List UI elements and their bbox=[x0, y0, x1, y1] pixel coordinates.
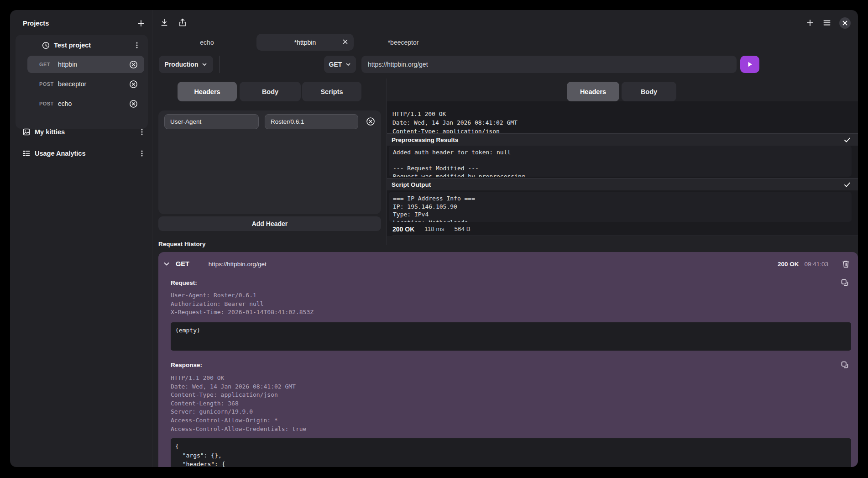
request-method-badge: POST bbox=[39, 81, 58, 87]
environment-dropdown[interactable]: Production bbox=[159, 56, 213, 73]
method-dropdown[interactable]: GET bbox=[324, 56, 356, 73]
tab-beeceptor[interactable]: *beeceptor bbox=[355, 34, 452, 51]
tab-label: *httpbin bbox=[294, 39, 316, 46]
history-entry-header[interactable]: GET https://httpbin.org/get 200 OK 09:41… bbox=[163, 257, 850, 271]
sidebar-item-usage-analytics[interactable]: Usage Analytics bbox=[23, 146, 146, 161]
request-method-badge: GET bbox=[39, 62, 58, 67]
collection-label: Usage Analytics bbox=[35, 150, 134, 157]
history-method: GET bbox=[176, 260, 189, 268]
tab-label: Body bbox=[262, 88, 278, 95]
history-response-body-box: { "args": {}, "headers": { bbox=[171, 438, 851, 467]
app-window: Projects Test project GET httpbin bbox=[10, 10, 858, 467]
clock-icon bbox=[42, 42, 50, 49]
editor-tab-scripts[interactable]: Scripts bbox=[302, 82, 361, 101]
request-item-beeceptor[interactable]: POST beeceptor bbox=[27, 75, 144, 93]
tab-label: Headers bbox=[580, 88, 606, 95]
sidebar: Projects Test project GET httpbin bbox=[10, 10, 152, 467]
close-window-button[interactable] bbox=[839, 17, 851, 29]
circle-x-icon bbox=[129, 60, 138, 69]
tab-httpbin[interactable]: *httpbin bbox=[256, 34, 354, 51]
collection-menu-button[interactable] bbox=[138, 128, 146, 136]
circle-x-icon bbox=[129, 100, 138, 108]
method-label: GET bbox=[329, 61, 342, 68]
request-item-label: echo bbox=[58, 100, 129, 107]
close-tab-button[interactable] bbox=[342, 39, 348, 45]
script-output-box[interactable]: === IP Address Info === IP: 195.146.105.… bbox=[389, 192, 852, 222]
remove-request-button[interactable] bbox=[129, 100, 138, 108]
import-button[interactable] bbox=[160, 18, 169, 27]
project-group-header[interactable]: Test project bbox=[16, 35, 148, 56]
add-project-button[interactable] bbox=[136, 19, 146, 28]
close-icon bbox=[842, 21, 847, 26]
project-menu-button[interactable] bbox=[133, 42, 141, 49]
circle-x-icon bbox=[366, 117, 375, 126]
circle-x-icon bbox=[129, 80, 138, 89]
play-icon bbox=[747, 61, 753, 68]
project-group-name: Test project bbox=[54, 42, 129, 49]
send-request-button[interactable] bbox=[740, 56, 759, 73]
chevron-down-icon[interactable] bbox=[163, 260, 170, 268]
header-value-input[interactable] bbox=[265, 114, 358, 129]
copy-request-button[interactable] bbox=[841, 278, 849, 287]
history-response-headers: HTTP/1.1 200 OK Date: Wed, 14 Jan 2026 0… bbox=[171, 374, 306, 433]
check-icon bbox=[844, 137, 851, 143]
chevron-down-icon bbox=[345, 62, 351, 67]
x-icon bbox=[342, 39, 348, 45]
tab-echo[interactable]: echo bbox=[158, 34, 256, 51]
preprocessing-results-header[interactable]: Preprocessing Results bbox=[387, 133, 858, 146]
kebab-menu-icon bbox=[138, 150, 146, 157]
chevron-down-icon bbox=[202, 62, 207, 67]
tab-label: Headers bbox=[194, 88, 220, 95]
add-header-label: Add Header bbox=[252, 220, 288, 227]
copy-response-button[interactable] bbox=[841, 361, 849, 369]
project-group-test-project: Test project GET httpbin POST beeceptor bbox=[16, 35, 148, 129]
editor-tab-body[interactable]: Body bbox=[240, 82, 301, 101]
trash-icon bbox=[842, 260, 850, 268]
response-tab-headers[interactable]: Headers bbox=[567, 82, 619, 101]
sidebar-item-my-kitties[interactable]: My kitties bbox=[23, 124, 146, 140]
environment-label: Production bbox=[165, 61, 199, 68]
history-status: 200 OK bbox=[778, 261, 799, 268]
response-headers-preview: HTTP/1.1 200 OK Date: Wed, 14 Jan 2026 0… bbox=[392, 110, 518, 133]
history-request-body-box: (empty) bbox=[171, 322, 851, 351]
history-request-headers: User-Agent: Roster/0.6.1 Authorization: … bbox=[171, 291, 314, 317]
request-method-badge: POST bbox=[39, 101, 58, 106]
menu-button[interactable] bbox=[822, 18, 831, 27]
kebab-menu-icon bbox=[138, 128, 146, 136]
remove-request-button[interactable] bbox=[129, 80, 138, 89]
request-item-echo[interactable]: POST echo bbox=[27, 95, 144, 112]
response-tab-body[interactable]: Body bbox=[622, 82, 676, 101]
request-item-httpbin[interactable]: GET httpbin bbox=[27, 56, 144, 73]
headers-editor-panel bbox=[158, 110, 381, 214]
copy-icon bbox=[841, 361, 849, 369]
script-output-header[interactable]: Script Output bbox=[387, 178, 858, 190]
status-code: 200 OK bbox=[392, 226, 414, 233]
history-entry-meta: 200 OK 09:41:03 bbox=[778, 260, 850, 268]
history-entry: GET https://httpbin.org/get 200 OK 09:41… bbox=[158, 252, 858, 467]
add-header-button[interactable]: Add Header bbox=[158, 216, 381, 231]
project-request-list: GET httpbin POST beeceptor POST echo bbox=[16, 56, 148, 117]
plus-icon bbox=[805, 18, 815, 27]
script-output: === IP Address Info === IP: 195.146.105.… bbox=[389, 192, 852, 222]
response-section-label: Response: bbox=[171, 362, 202, 368]
tab-label: Scripts bbox=[320, 88, 343, 95]
request-history-title: Request History bbox=[158, 241, 206, 247]
section-title: Script Output bbox=[392, 181, 844, 188]
response-status-bar: 200 OK 118 ms 564 B bbox=[392, 222, 858, 236]
delete-history-button[interactable] bbox=[842, 260, 850, 268]
export-button[interactable] bbox=[178, 18, 187, 27]
request-item-label: beeceptor bbox=[58, 80, 129, 88]
editor-tab-headers[interactable]: Headers bbox=[178, 82, 237, 101]
section-title: Preprocessing Results bbox=[392, 137, 844, 143]
download-icon bbox=[160, 18, 169, 27]
header-key-input[interactable] bbox=[164, 114, 259, 129]
remove-request-button[interactable] bbox=[129, 60, 138, 69]
collection-menu-button[interactable] bbox=[138, 150, 146, 157]
preprocessing-output-box[interactable]: Added auth header for token: null --- Re… bbox=[389, 146, 852, 177]
tab-label: *beeceptor bbox=[388, 39, 419, 46]
remove-header-button[interactable] bbox=[366, 117, 375, 126]
url-input[interactable] bbox=[361, 56, 737, 73]
response-size: 564 B bbox=[455, 226, 471, 232]
tab-label: echo bbox=[200, 39, 214, 46]
new-tab-button[interactable] bbox=[805, 18, 815, 27]
